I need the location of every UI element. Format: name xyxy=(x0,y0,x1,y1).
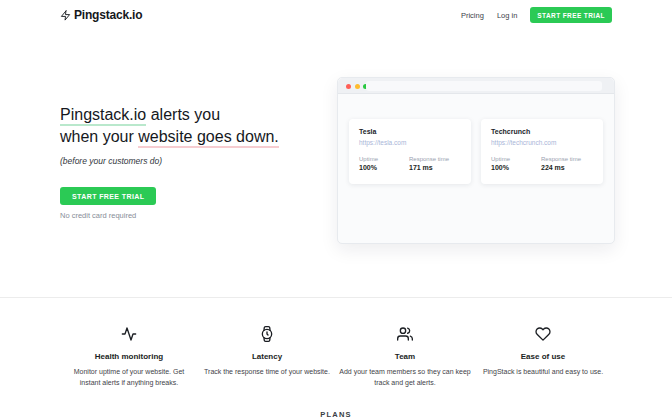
features-section: Health monitoring Monitor uptime of your… xyxy=(60,326,612,388)
feature-health-monitoring: Health monitoring Monitor uptime of your… xyxy=(60,326,198,388)
response-time-stat: Response time 171 ms xyxy=(409,156,451,172)
hero-heading-highlight-pink: website goes down. xyxy=(138,128,279,148)
feature-description: PingStack is beautiful and easy to use. xyxy=(474,366,612,377)
browser-titlebar xyxy=(338,78,614,94)
site-url: https://techcrunch.com xyxy=(491,139,593,146)
site-name: Techcrunch xyxy=(491,128,593,135)
feature-ease-of-use: Ease of use PingStack is beautiful and e… xyxy=(474,326,612,388)
feature-latency: Latency Track the response time of your … xyxy=(198,326,336,388)
browser-content: Tesla https://tesla.com Uptime 100% Resp… xyxy=(338,94,614,184)
landing-page: Pingstack.io Pricing Log in START FREE T… xyxy=(0,0,672,420)
response-time-stat: Response time 224 ms xyxy=(541,156,583,172)
hero-cta-button[interactable]: START FREE TRIAL xyxy=(60,187,156,205)
hero-heading: Pingstack.io alerts youwhen your website… xyxy=(60,104,340,148)
site-stats: Uptime 100% Response time 171 ms xyxy=(359,156,461,172)
feature-title: Latency xyxy=(198,352,336,361)
nav-link-pricing[interactable]: Pricing xyxy=(461,11,484,20)
logo-text: Pingstack.io xyxy=(74,8,142,22)
feature-description: Monitor uptime of your website. Get inst… xyxy=(60,366,198,388)
header: Pingstack.io Pricing Log in START FREE T… xyxy=(60,6,612,24)
response-time-label: Response time xyxy=(409,156,451,162)
logo[interactable]: Pingstack.io xyxy=(60,8,142,22)
uptime-stat: Uptime 100% xyxy=(359,156,401,172)
feature-description: Track the response time of your website. xyxy=(198,366,336,377)
browser-address-bar xyxy=(366,81,602,91)
feature-description: Add your team members so they can keep t… xyxy=(336,366,474,388)
hero-subtitle: (before your customers do) xyxy=(60,156,340,166)
site-stats: Uptime 100% Response time 224 ms xyxy=(491,156,593,172)
feature-team: Team Add your team members so they can k… xyxy=(336,326,474,388)
hero-heading-line1-rest: alerts you xyxy=(146,106,220,123)
hero-heading-line2-prefix: when your xyxy=(60,128,138,145)
uptime-value: 100% xyxy=(491,164,533,171)
uptime-stat: Uptime 100% xyxy=(491,156,533,172)
traffic-light-icons xyxy=(346,84,368,89)
nav-link-login[interactable]: Log in xyxy=(497,11,517,20)
team-icon xyxy=(336,326,474,342)
section-divider xyxy=(0,297,672,298)
header-cta-button[interactable]: START FREE TRIAL xyxy=(530,7,612,23)
site-url: https://tesla.com xyxy=(359,139,461,146)
hero-cta-note: No credit card required xyxy=(60,211,340,220)
minimize-window-icon xyxy=(355,84,360,89)
close-window-icon xyxy=(346,84,351,89)
feature-title: Team xyxy=(336,352,474,361)
heart-icon xyxy=(474,326,612,342)
zap-icon xyxy=(60,10,71,21)
hero-section: Pingstack.io alerts youwhen your website… xyxy=(60,104,340,220)
feature-title: Ease of use xyxy=(474,352,612,361)
response-time-label: Response time xyxy=(541,156,583,162)
activity-icon xyxy=(60,326,198,342)
plans-section-heading: PLANS xyxy=(0,410,672,419)
site-card-tesla: Tesla https://tesla.com Uptime 100% Resp… xyxy=(349,119,471,184)
uptime-label: Uptime xyxy=(359,156,401,162)
response-time-value: 171 ms xyxy=(409,164,451,171)
watch-icon xyxy=(198,326,336,342)
site-name: Tesla xyxy=(359,128,461,135)
uptime-value: 100% xyxy=(359,164,401,171)
site-card-techcrunch: Techcrunch https://techcrunch.com Uptime… xyxy=(481,119,603,184)
feature-title: Health monitoring xyxy=(60,352,198,361)
hero-heading-highlight-green: Pingstack.io xyxy=(60,106,146,126)
header-nav: Pricing Log in START FREE TRIAL xyxy=(461,7,612,23)
response-time-value: 224 ms xyxy=(541,164,583,171)
uptime-label: Uptime xyxy=(491,156,533,162)
browser-mockup: Tesla https://tesla.com Uptime 100% Resp… xyxy=(337,77,615,244)
